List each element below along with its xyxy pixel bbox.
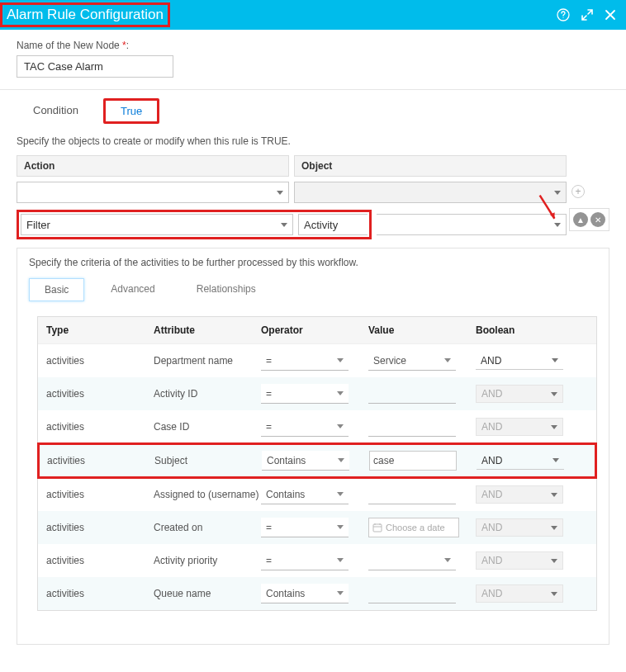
chevron-down-icon (337, 558, 344, 562)
chevron-down-icon (551, 592, 557, 596)
tab-true[interactable]: True (103, 98, 159, 124)
cell-type: activities (46, 489, 154, 500)
cell-type: activities (46, 421, 154, 433)
criteria-header-row: Type Attribute Operator Value Boolean (38, 317, 596, 344)
operator-select[interactable]: = (261, 351, 349, 371)
object-select-activity-partial[interactable]: Activity (298, 214, 368, 235)
table-row: activitiesCreated on=Choose a dateAND (38, 511, 596, 544)
boolean-select: AND (476, 584, 563, 603)
operator-select[interactable]: Contains (261, 584, 349, 603)
chevron-down-icon (281, 223, 287, 227)
table-row: activitiesSubjectContainsAND (37, 442, 597, 479)
node-name-label: Name of the New Node *: (17, 40, 609, 51)
value-input[interactable] (369, 451, 457, 471)
chevron-down-icon (338, 458, 344, 462)
node-name-input[interactable] (17, 55, 173, 78)
table-row: activitiesActivity priority=AND (38, 544, 596, 577)
action-select-filter[interactable]: Filter (21, 214, 293, 235)
cell-attribute: Assigned to (username) (154, 489, 261, 500)
value-input[interactable] (368, 384, 456, 404)
col-boolean: Boolean (476, 324, 588, 336)
chevron-down-icon (554, 191, 561, 195)
chevron-down-icon (337, 424, 344, 428)
operator-select[interactable]: = (261, 384, 349, 404)
sub-tab-relationships[interactable]: Relationships (182, 278, 271, 301)
cell-type: activities (46, 522, 154, 533)
dialog-title: Alarm Rule Configuration (0, 2, 170, 27)
cell-attribute: Activity priority (154, 555, 261, 566)
action-select-empty[interactable] (17, 182, 289, 203)
operator-select[interactable]: = (261, 417, 349, 437)
main-tabs: Condition True (17, 98, 609, 124)
value-select[interactable]: Service (368, 351, 456, 371)
chevron-down-icon (551, 559, 557, 563)
row-controls: ▲ ✕ (569, 208, 609, 231)
criteria-sub-tabs: Basic Advanced Relationships (29, 278, 597, 301)
cell-type: activities (46, 388, 154, 400)
chevron-down-icon (551, 493, 557, 497)
boolean-select: AND (476, 485, 563, 504)
cell-type: activities (46, 355, 154, 367)
value-input[interactable] (368, 417, 456, 437)
cell-attribute: Activity ID (154, 388, 261, 400)
cell-attribute: Created on (154, 522, 261, 533)
chevron-down-icon (551, 425, 557, 429)
boolean-select: AND (476, 518, 563, 537)
header-actions (557, 8, 616, 21)
value-input[interactable] (368, 485, 456, 504)
table-row: activitiesActivity ID=AND (38, 377, 596, 410)
table-row: activitiesQueue nameContainsAND (38, 577, 596, 610)
boolean-select: AND (476, 551, 563, 570)
boolean-select: AND (476, 418, 563, 436)
delete-row-icon[interactable]: ✕ (590, 212, 605, 227)
svg-point-1 (562, 17, 563, 18)
cell-attribute: Subject (154, 455, 262, 466)
chevron-down-icon (551, 392, 557, 396)
boolean-select[interactable]: AND (477, 452, 564, 470)
criteria-instruction: Specify the criteria of the activities t… (29, 257, 597, 268)
sub-tab-advanced[interactable]: Advanced (96, 278, 169, 301)
chevron-down-icon (337, 591, 344, 595)
value-date-input[interactable]: Choose a date (368, 518, 459, 537)
chevron-down-icon (337, 391, 344, 395)
criteria-table: Type Attribute Operator Value Boolean ac… (37, 316, 597, 611)
col-operator: Operator (261, 324, 368, 336)
cell-type: activities (46, 588, 154, 599)
close-icon[interactable] (605, 9, 616, 21)
rule-instruction: Specify the objects to create or modify … (17, 135, 609, 147)
object-column-header: Object (294, 155, 567, 177)
chevron-down-icon (554, 223, 561, 227)
chevron-down-icon (277, 191, 283, 195)
chevron-down-icon (337, 358, 344, 362)
col-value: Value (368, 324, 476, 336)
operator-select[interactable]: Contains (262, 451, 349, 471)
expand-icon[interactable] (581, 9, 593, 21)
object-select-activity-right[interactable] (377, 214, 567, 235)
sub-tab-basic[interactable]: Basic (29, 278, 84, 301)
chevron-down-icon (337, 525, 344, 529)
boolean-select[interactable]: AND (476, 353, 563, 370)
operator-select[interactable]: Contains (261, 485, 349, 504)
help-icon[interactable] (557, 8, 570, 21)
chevron-down-icon (337, 492, 344, 496)
collapse-icon[interactable]: ▲ (573, 212, 588, 227)
tab-condition[interactable]: Condition (20, 98, 92, 124)
operator-select[interactable]: = (261, 551, 349, 570)
value-select[interactable] (368, 551, 456, 570)
cell-attribute: Case ID (154, 421, 261, 433)
chevron-down-icon (444, 558, 451, 562)
col-attribute: Attribute (154, 324, 261, 336)
object-select-empty[interactable] (294, 182, 567, 203)
cell-type: activities (46, 555, 154, 566)
cell-attribute: Department name (154, 355, 261, 367)
chevron-down-icon (552, 458, 559, 462)
value-input[interactable] (368, 584, 456, 603)
svg-rect-2 (373, 524, 382, 532)
cell-type: activities (47, 455, 154, 466)
operator-select[interactable]: = (261, 518, 349, 537)
boolean-select: AND (476, 385, 563, 403)
table-row: activitiesCase ID=AND (38, 410, 596, 443)
dialog-header: Alarm Rule Configuration (0, 0, 626, 30)
chevron-down-icon (444, 358, 451, 362)
add-row-icon[interactable]: + (571, 185, 585, 198)
